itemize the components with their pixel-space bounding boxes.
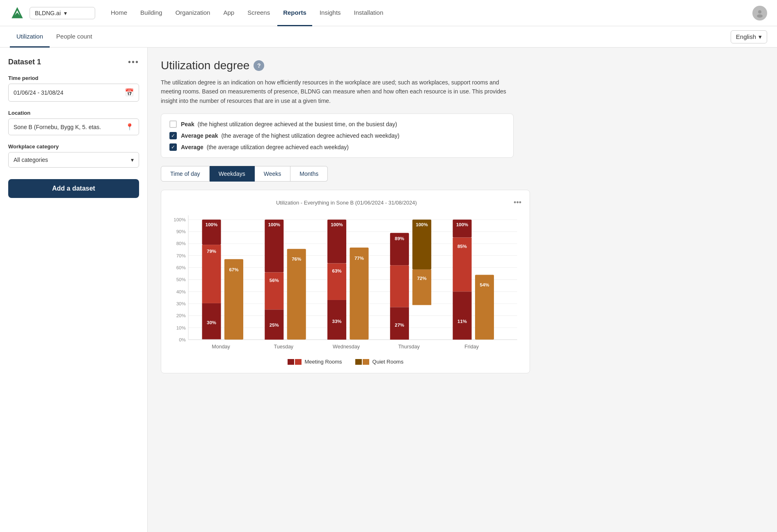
language-label: English <box>736 33 756 40</box>
monday-meeting-bar: 100% 79% 30% <box>202 220 221 339</box>
tab-weeks[interactable]: Weeks <box>255 166 291 182</box>
svg-text:90%: 90% <box>176 229 186 234</box>
svg-text:10%: 10% <box>176 325 186 330</box>
location-input[interactable]: Sone B (Fornebu, Bygg K, 5. etas. 📍 <box>8 118 139 135</box>
sidebar: Dataset 1 ••• Time period 01/06/24 - 31/… <box>0 48 148 532</box>
nav-reports[interactable]: Reports <box>277 0 312 26</box>
thursday-quiet-bar: 100% 72% <box>412 220 431 305</box>
svg-text:Wednesday: Wednesday <box>333 344 360 350</box>
main-content: Utilization degree ? The utilization deg… <box>148 48 777 532</box>
chevron-down-icon: ▾ <box>131 157 134 163</box>
svg-text:100%: 100% <box>206 223 217 227</box>
svg-text:77%: 77% <box>354 256 364 261</box>
svg-rect-59 <box>412 270 431 305</box>
section-title-text: Utilization degree <box>161 59 249 72</box>
chevron-down-icon: ▾ <box>64 10 67 16</box>
quiet-rooms-swatch <box>355 359 369 365</box>
svg-text:72%: 72% <box>417 276 427 281</box>
svg-text:100%: 100% <box>331 223 343 227</box>
checkbox-panel: Peak (the highest utilization degree ach… <box>161 114 514 158</box>
svg-text:100%: 100% <box>268 223 280 227</box>
checkbox-average-peak: ✓ Average peak (the average of the highe… <box>169 132 505 139</box>
user-avatar[interactable] <box>752 6 767 20</box>
average-label: Average (the average utilization degree … <box>181 144 349 150</box>
nav-organization[interactable]: Organization <box>169 0 216 26</box>
view-tabs: Time of day Weekdays Weeks Months <box>161 166 514 182</box>
dataset-title: Dataset 1 <box>8 58 41 66</box>
language-selector[interactable]: English ▾ <box>731 30 767 43</box>
tab-months[interactable]: Months <box>290 166 328 182</box>
meeting-rooms-swatch <box>288 359 302 365</box>
svg-point-2 <box>758 10 761 14</box>
brand-selector[interactable]: BLDNG.ai ▾ <box>30 7 95 19</box>
tab-time-of-day[interactable]: Time of day <box>161 166 210 182</box>
svg-text:60%: 60% <box>176 265 186 270</box>
checkbox-peak: Peak (the highest utilization degree ach… <box>169 120 505 128</box>
svg-text:67%: 67% <box>229 267 238 272</box>
location-label: Location <box>8 110 139 116</box>
svg-point-3 <box>757 14 763 18</box>
tab-utilization[interactable]: Utilization <box>10 26 50 48</box>
svg-text:63%: 63% <box>332 269 342 274</box>
chart-menu-button[interactable]: ••• <box>514 198 521 207</box>
meeting-rooms-label: Meeting Rooms <box>305 359 342 365</box>
svg-rect-42 <box>287 249 306 339</box>
tab-people-count[interactable]: People count <box>50 26 99 48</box>
section-title-row: Utilization degree ? <box>161 59 764 72</box>
nav-screens[interactable]: Screens <box>242 0 276 26</box>
svg-text:56%: 56% <box>270 278 279 283</box>
average-checkbox[interactable]: ✓ <box>169 143 177 151</box>
category-select[interactable]: All categories ▾ <box>8 152 139 168</box>
time-period-label: Time period <box>8 75 139 81</box>
svg-text:76%: 76% <box>292 257 301 261</box>
svg-text:89%: 89% <box>395 236 404 241</box>
chevron-down-icon: ▾ <box>759 33 762 41</box>
chart-title: Utilization - Everything in Sone B (01/0… <box>179 200 514 206</box>
top-navigation: BLDNG.ai ▾ Home Building Organization Ap… <box>0 0 777 26</box>
help-icon[interactable]: ? <box>254 60 264 71</box>
legend-quiet-rooms: Quiet Rooms <box>355 359 404 365</box>
svg-text:79%: 79% <box>207 249 216 254</box>
nav-building[interactable]: Building <box>135 0 168 26</box>
checkmark-icon: ✓ <box>171 144 175 150</box>
svg-text:80%: 80% <box>176 241 186 246</box>
nav-home[interactable]: Home <box>105 0 133 26</box>
add-dataset-button[interactable]: Add a dataset <box>8 179 139 198</box>
time-period-input[interactable]: 01/06/24 - 31/08/24 📅 <box>8 84 139 102</box>
category-field: Workplace category All categories ▾ <box>8 143 139 168</box>
svg-text:Monday: Monday <box>212 344 230 350</box>
time-period-field: Time period 01/06/24 - 31/08/24 📅 <box>8 75 139 102</box>
dataset-menu-button[interactable]: ••• <box>128 57 139 67</box>
tab-weekdays[interactable]: Weekdays <box>210 166 255 182</box>
dataset-header: Dataset 1 ••• <box>8 57 139 67</box>
average-peak-checkbox[interactable]: ✓ <box>169 132 177 139</box>
svg-text:30%: 30% <box>207 320 216 325</box>
chart-legend: Meeting Rooms Quiet Rooms <box>169 359 521 365</box>
peak-checkbox[interactable] <box>169 120 177 128</box>
svg-rect-54 <box>390 266 409 307</box>
time-period-value: 01/06/24 - 31/08/24 <box>14 89 63 96</box>
svg-text:40%: 40% <box>176 289 186 294</box>
svg-text:27%: 27% <box>395 323 404 327</box>
checkmark-icon: ✓ <box>171 133 175 139</box>
svg-text:25%: 25% <box>270 323 279 327</box>
nav-installation[interactable]: Installation <box>348 0 389 26</box>
main-layout: Dataset 1 ••• Time period 01/06/24 - 31/… <box>0 48 777 532</box>
svg-rect-50 <box>350 248 368 340</box>
quiet-rooms-label: Quiet Rooms <box>373 359 404 365</box>
svg-text:50%: 50% <box>176 277 186 282</box>
pin-icon: 📍 <box>126 123 134 131</box>
location-field: Location Sone B (Fornebu, Bygg K, 5. eta… <box>8 110 139 135</box>
nav-insights[interactable]: Insights <box>314 0 347 26</box>
svg-text:Friday: Friday <box>464 344 479 350</box>
nav-app[interactable]: App <box>217 0 240 26</box>
svg-text:33%: 33% <box>332 319 342 324</box>
friday-quiet-bar: 54% <box>475 275 494 340</box>
friday-meeting-bar: 100% 85% 11% <box>453 220 472 340</box>
monday-quiet-bar: 67% <box>224 259 243 340</box>
nav-links: Home Building Organization App Screens R… <box>105 0 752 26</box>
svg-text:30%: 30% <box>176 301 186 306</box>
location-value: Sone B (Fornebu, Bygg K, 5. etas. <box>14 124 101 130</box>
app-logo[interactable] <box>10 6 25 20</box>
svg-text:100%: 100% <box>174 217 185 222</box>
